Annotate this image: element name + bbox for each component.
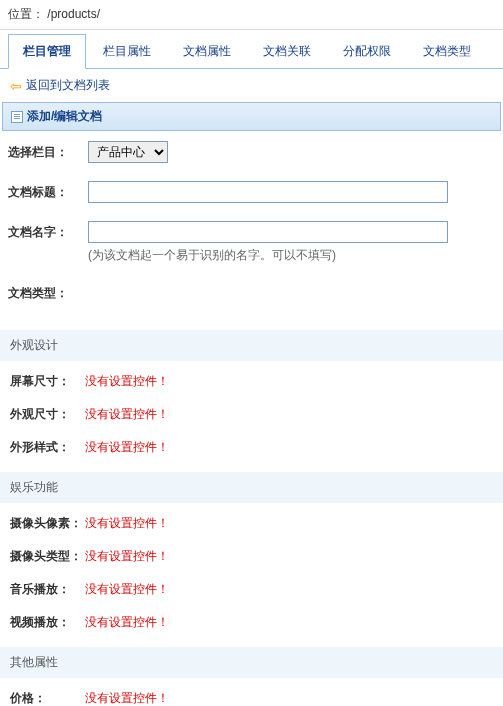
section-appearance: 外观设计 屏幕尺寸： 没有设置控件！ 外观尺寸： 没有设置控件！ 外形样式： 没… [0, 330, 503, 472]
row-doc-title: 文档标题： [8, 181, 495, 203]
back-arrow-icon: ⇦ [10, 78, 22, 94]
row-doc-name: 文档名字： (为该文档起一个易于识别的名字。可以不填写) [8, 221, 495, 264]
attr-camera-pixel: 摄像头像素： 没有设置控件！ [0, 515, 503, 548]
label-doc-type: 文档类型： [8, 282, 88, 302]
section-other: 其他属性 价格： 没有设置控件！ [0, 647, 503, 706]
attr-value: 没有设置控件！ [85, 548, 169, 565]
attr-value: 没有设置控件！ [85, 690, 169, 706]
input-doc-name[interactable] [88, 221, 448, 243]
document-icon [11, 111, 23, 123]
location-label: 位置： [8, 7, 44, 21]
tabs-container: 栏目管理 栏目属性 文档属性 文档关联 分配权限 文档类型 [0, 34, 503, 69]
hint-doc-name: (为该文档起一个易于识别的名字。可以不填写) [88, 247, 448, 264]
tab-column-props[interactable]: 栏目属性 [88, 34, 166, 68]
attr-camera-type: 摄像头类型： 没有设置控件！ [0, 548, 503, 581]
section-header-other: 其他属性 [0, 647, 503, 678]
attr-value: 没有设置控件！ [85, 406, 169, 423]
attr-video-play: 视频播放： 没有设置控件！ [0, 614, 503, 647]
attr-label: 摄像头像素： [10, 515, 85, 532]
attr-price: 价格： 没有设置控件！ [0, 690, 503, 706]
location-path: /products/ [47, 7, 100, 21]
attr-label: 视频播放： [10, 614, 85, 631]
label-doc-title: 文档标题： [8, 181, 88, 201]
back-to-list-link[interactable]: 返回到文档列表 [26, 77, 110, 94]
attr-label: 外观尺寸： [10, 406, 85, 423]
select-column[interactable]: 产品中心 [88, 141, 168, 163]
section-header-entertainment: 娱乐功能 [0, 472, 503, 503]
attr-music-play: 音乐播放： 没有设置控件！ [0, 581, 503, 614]
attr-value: 没有设置控件！ [85, 581, 169, 598]
tab-doc-relation[interactable]: 文档关联 [248, 34, 326, 68]
panel-header: 添加/编辑文档 [2, 102, 501, 131]
row-doc-type: 文档类型： [8, 282, 495, 302]
attr-value: 没有设置控件！ [85, 439, 169, 456]
input-doc-title[interactable] [88, 181, 448, 203]
section-header-appearance: 外观设计 [0, 330, 503, 361]
attr-label: 音乐播放： [10, 581, 85, 598]
row-select-column: 选择栏目： 产品中心 [8, 141, 495, 163]
attr-shape-style: 外形样式： 没有设置控件！ [0, 439, 503, 472]
tab-doc-type[interactable]: 文档类型 [408, 34, 486, 68]
attr-value: 没有设置控件！ [85, 373, 169, 390]
panel-title: 添加/编辑文档 [27, 108, 102, 125]
back-link-row: ⇦ 返回到文档列表 [0, 69, 503, 102]
location-bar: 位置： /products/ [0, 0, 503, 30]
attr-label: 摄像头类型： [10, 548, 85, 565]
label-doc-name: 文档名字： [8, 221, 88, 241]
attr-label: 价格： [10, 690, 85, 706]
tab-column-manage[interactable]: 栏目管理 [8, 34, 86, 69]
attr-label: 屏幕尺寸： [10, 373, 85, 390]
label-select-column: 选择栏目： [8, 141, 88, 161]
attr-label: 外形样式： [10, 439, 85, 456]
tab-doc-props[interactable]: 文档属性 [168, 34, 246, 68]
attr-screen-size: 屏幕尺寸： 没有设置控件！ [0, 373, 503, 406]
section-entertainment: 娱乐功能 摄像头像素： 没有设置控件！ 摄像头类型： 没有设置控件！ 音乐播放：… [0, 472, 503, 647]
attr-exterior-size: 外观尺寸： 没有设置控件！ [0, 406, 503, 439]
form-area: 选择栏目： 产品中心 文档标题： 文档名字： (为该文档起一个易于识别的名字。可… [0, 131, 503, 330]
attr-value: 没有设置控件！ [85, 614, 169, 631]
attr-value: 没有设置控件！ [85, 515, 169, 532]
tab-permissions[interactable]: 分配权限 [328, 34, 406, 68]
